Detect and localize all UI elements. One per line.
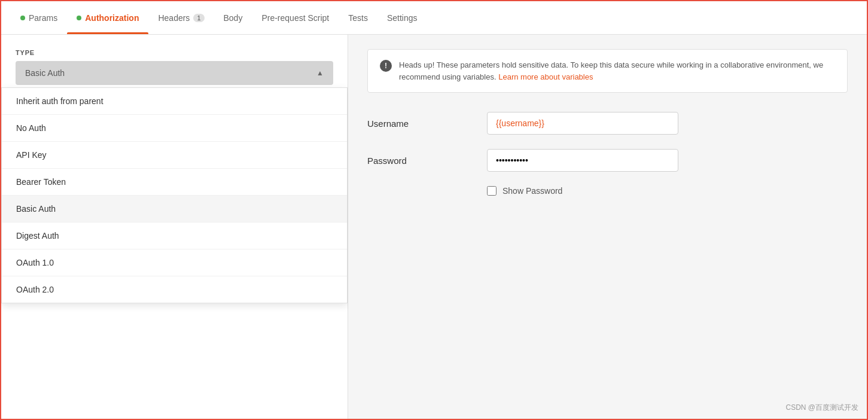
dropdown-selected-label: Basic Auth	[25, 68, 65, 78]
params-dot	[20, 16, 25, 20]
tab-params[interactable]: Params	[11, 1, 67, 34]
menu-item-inherit[interactable]: Inherit auth from parent	[2, 88, 347, 115]
menu-item-no-auth[interactable]: No Auth	[2, 115, 347, 142]
menu-item-oauth2[interactable]: OAuth 2.0	[2, 276, 347, 303]
show-password-checkbox[interactable]	[487, 186, 497, 196]
tab-body[interactable]: Body	[214, 1, 252, 34]
menu-item-oauth1[interactable]: OAuth 1.0	[2, 249, 347, 276]
tab-tests[interactable]: Tests	[339, 1, 377, 34]
password-label: Password	[367, 156, 487, 166]
headers-badge: 1	[193, 14, 204, 22]
tab-headers[interactable]: Headers 1	[148, 1, 214, 34]
tab-prerequest[interactable]: Pre-request Script	[252, 1, 339, 34]
menu-item-bearer[interactable]: Bearer Token	[2, 169, 347, 196]
auth-type-dropdown[interactable]: Basic Auth ▲	[16, 61, 333, 85]
show-password-label[interactable]: Show Password	[502, 186, 562, 196]
authorization-dot	[77, 16, 81, 20]
info-icon: !	[380, 60, 392, 72]
tab-authorization[interactable]: Authorization	[67, 1, 148, 34]
dropdown-menu: Inherit auth from parent No Auth API Key…	[1, 87, 348, 303]
menu-item-api-key[interactable]: API Key	[2, 142, 347, 169]
menu-item-basic-auth[interactable]: Basic Auth	[2, 196, 347, 223]
main-content: TYPE Basic Auth ▲ Inherit auth from pare…	[1, 35, 867, 419]
username-row: Username	[367, 112, 848, 135]
show-password-row: Show Password	[487, 186, 848, 196]
type-label: TYPE	[1, 35, 348, 61]
username-label: Username	[367, 118, 487, 129]
watermark: CSDN @百度测试开发	[785, 403, 858, 413]
info-link[interactable]: Learn more about variables	[498, 72, 593, 81]
info-box: ! Heads up! These parameters hold sensit…	[367, 49, 848, 93]
left-panel: TYPE Basic Auth ▲ Inherit auth from pare…	[1, 35, 348, 419]
info-text: Heads up! These parameters hold sensitiv…	[399, 59, 835, 83]
tab-settings[interactable]: Settings	[377, 1, 427, 34]
password-input[interactable]	[487, 149, 678, 172]
menu-item-digest[interactable]: Digest Auth	[2, 223, 347, 249]
dropdown-arrow-icon: ▲	[316, 69, 324, 77]
right-panel: ! Heads up! These parameters hold sensit…	[348, 35, 867, 419]
username-input[interactable]	[487, 112, 678, 135]
tab-bar: Params Authorization Headers 1 Body Pre-…	[1, 1, 867, 35]
password-row: Password	[367, 149, 848, 172]
